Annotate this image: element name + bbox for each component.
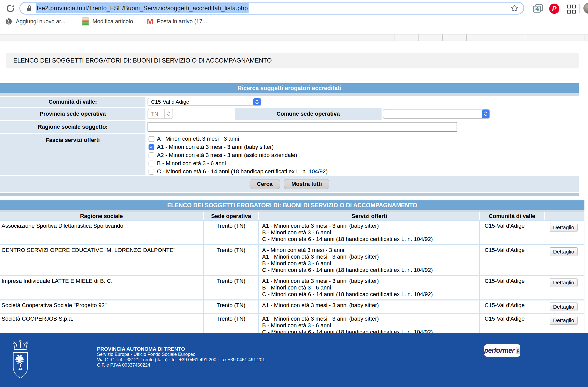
article-favicon <box>82 17 89 26</box>
gmail-icon: M <box>147 17 153 26</box>
mostra-tutti-button[interactable]: Mostra tutti <box>284 179 329 189</box>
fascia-checkbox-4[interactable] <box>149 169 154 175</box>
page-footer: PROVINCIA AUTONOMA DI TRENTO Servizio Eu… <box>0 333 588 387</box>
table-row: Associazione Sportiva Dilettantistica Sp… <box>0 220 584 244</box>
col-servizi-offerti: Servizi offerti <box>258 212 479 220</box>
chrome-windows-extension-icon[interactable] <box>532 4 544 14</box>
bookmark-edit-article[interactable]: Modifica articolo <box>82 17 133 26</box>
ragione-input[interactable] <box>148 122 457 132</box>
fascia-checkbox-1[interactable]: ✓ <box>149 144 154 150</box>
bookmarks-bar: Aggiungi nuovo ar... Modifica articolo M… <box>0 16 588 27</box>
footer-vat: C.F. e P.IVA 00337460224 <box>97 362 265 368</box>
performer-badge: p <box>516 347 520 354</box>
form-bottom-band <box>0 193 579 196</box>
browser-window: fse2.provincia.tn.it/Trento_FSE/Buoni_Se… <box>0 0 588 387</box>
comunita-select[interactable]: C15-Val d'Adige <box>148 98 261 106</box>
trento-coat-of-arms <box>10 339 31 381</box>
fascia-checkbox-0[interactable] <box>149 136 154 142</box>
fascia-option-A[interactable]: A - Minori con età 3 mesi - 3 anni <box>149 135 328 143</box>
footer-org: PROVINCIA AUTONOMA DI TRENTO <box>97 346 265 352</box>
table-row: Società Cooperativa Sociale "Progetto 92… <box>0 299 584 313</box>
select-stepper-icon <box>253 98 261 105</box>
provincia-select[interactable]: TN <box>148 109 173 119</box>
empty-menu-cell <box>395 34 418 41</box>
table-row: Impresa Individuale LATTE E MIELE di B. … <box>0 275 584 299</box>
empty-menu-cell <box>466 34 525 41</box>
form-row-ragione: Ragione sociale soggetto: <box>0 121 579 133</box>
form-buttons-row: Cerca Mostra tutti <box>0 176 579 192</box>
form-row-fascia: Fascia servizi offerti A - Minori con et… <box>0 134 579 175</box>
footer-dept: Servizio Europa - Ufficio Fondo Sociale … <box>97 352 265 357</box>
fascia-option-C[interactable]: C - Minori con età 6 - 14 anni (18 handi… <box>149 167 328 176</box>
spacer-strip <box>0 210 584 212</box>
lock-icon[interactable] <box>26 5 32 12</box>
provincia-selected-value: TN <box>148 111 164 117</box>
empty-menu-cell <box>525 34 584 41</box>
bookmark-gmail-inbox[interactable]: M Posta in arrivo (17... <box>147 17 207 26</box>
fascia-label: Fascia servizi offerti <box>0 134 145 175</box>
bookmark-star-icon[interactable] <box>510 4 519 13</box>
select-stepper-icon <box>482 110 489 118</box>
comunita-selected-value: C15-Val d'Adige <box>148 99 253 105</box>
dettaglio-button[interactable]: Dettaglio <box>550 247 578 256</box>
footer-address-block: PROVINCIA AUTONOMA DI TRENTO Servizio Eu… <box>97 346 265 368</box>
fascia-option-A1[interactable]: ✓ A1 - Minori con età 3 mesi - 3 anni (b… <box>149 143 328 151</box>
search-form-header: Ricerca soggetti erogatori accreditati <box>0 83 579 93</box>
search-form: Ricerca soggetti erogatori accreditati C… <box>0 83 579 196</box>
url-text[interactable]: fse2.provincia.tn.it/Trento_FSE/Buoni_Se… <box>36 3 249 13</box>
results-column-headers: Ragione sociale Sede operativa Servizi o… <box>0 212 584 220</box>
performer-logo[interactable]: performer p <box>484 344 520 357</box>
page-title: ELENCO DEI SOGGETTI EROGATORI DI: BUONI … <box>6 53 579 68</box>
col-ragione-sociale: Ragione sociale <box>0 212 203 220</box>
spacer-strip <box>0 93 579 96</box>
comunita-label: Comunità di valle: <box>0 97 145 107</box>
form-row-comunita: Comunità di valle: C15-Val d'Adige <box>0 97 579 107</box>
toolbar-divider <box>579 4 580 13</box>
page-top-menu-band <box>0 34 588 41</box>
comune-select[interactable] <box>383 109 490 119</box>
select-stepper-icon <box>164 109 173 118</box>
dettaglio-button[interactable]: Dettaglio <box>550 303 578 311</box>
empty-menu-cell <box>418 34 442 41</box>
empty-menu-cell <box>442 34 466 41</box>
col-actions <box>544 212 584 220</box>
extensions-grid-icon[interactable] <box>567 5 576 14</box>
dettaglio-button[interactable]: Dettaglio <box>550 316 578 325</box>
ragione-label: Ragione sociale soggetto: <box>0 121 145 133</box>
col-sede-operativa: Sede operativa <box>203 212 258 220</box>
fascia-option-A2[interactable]: A2 - Minori con età 3 mesi - 3 anni (asi… <box>149 151 328 159</box>
dettaglio-button[interactable]: Dettaglio <box>550 223 578 232</box>
pinterest-extension-icon[interactable]: P <box>549 4 559 14</box>
fascia-checkbox-3[interactable] <box>149 161 154 166</box>
globe-icon <box>5 18 12 25</box>
col-comunita-di-valle: Comunità di valle <box>479 212 544 220</box>
comune-label: Comune sede operativa <box>235 108 382 120</box>
table-row: CENTRO SERVIZI OPERE EDUCATIVE "M. LOREN… <box>0 244 584 275</box>
profile-avatar[interactable] <box>583 3 588 14</box>
reload-icon[interactable] <box>6 4 15 13</box>
dettaglio-button[interactable]: Dettaglio <box>550 278 578 287</box>
results-header: ELENCO DEI SOGGETTI EROGATORI DI: BUONI … <box>0 200 584 210</box>
footer-address: Via G. Gilli 4 - 38121 Trento (Italia) -… <box>97 357 265 362</box>
cerca-button[interactable]: Cerca <box>250 179 280 189</box>
fascia-option-B[interactable]: B - Minori con età 3 - 6 anni <box>149 159 328 167</box>
address-bar[interactable]: fse2.provincia.tn.it/Trento_FSE/Buoni_Se… <box>19 2 524 15</box>
provincia-label: Provincia sede operativa <box>0 108 145 120</box>
form-row-provincia-comune: Provincia sede operativa TN Comune sede … <box>0 108 579 120</box>
results-table: ELENCO DEI SOGGETTI EROGATORI DI: BUONI … <box>0 200 584 344</box>
bookmark-add-article[interactable]: Aggiungi nuovo ar... <box>5 18 65 25</box>
fascia-checkbox-2[interactable] <box>149 152 154 158</box>
browser-toolbar: fse2.provincia.tn.it/Trento_FSE/Buoni_Se… <box>0 0 588 34</box>
